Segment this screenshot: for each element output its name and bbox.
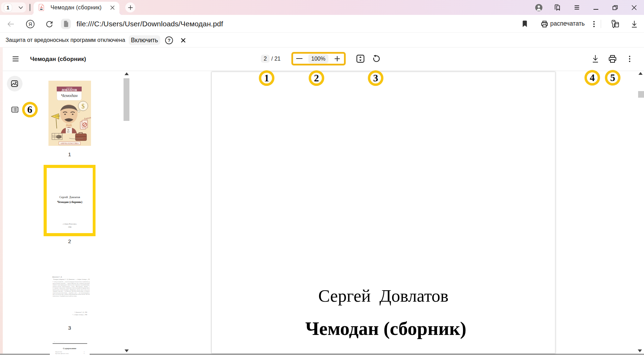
svg-text:6: 6 — [84, 353, 84, 354]
svg-text:С этой детективной — отчасти к: С этой детективной — отчасти комичная ис… — [53, 281, 90, 283]
svg-text:Предисловие: Предисловие — [55, 351, 62, 353]
svg-text:1 . . . . . . . . . . . . . .: 1 . . . . . . . . . . . . . . . — [54, 341, 64, 343]
svg-text:Чемодан: Чемодан — [61, 93, 78, 98]
svg-text:ДОВЛАТОВ: ДОВЛАТОВ — [62, 89, 77, 92]
svg-text:АЗБУКА КЛАССИКА: АЗБУКА КЛАССИКА — [61, 142, 79, 144]
svg-text:?: ? — [167, 38, 170, 43]
svg-text:Я: Я — [28, 21, 32, 27]
svg-text:$: $ — [82, 103, 85, 110]
svg-text:те и прочие знаменитые сочинен: те и прочие знаменитые сочинения и писат… — [53, 287, 90, 289]
svg-text:Довлатов С. Д.: Довлатов С. Д. — [52, 276, 62, 278]
svg-text:Содержание: Содержание — [63, 347, 76, 350]
svg-text:3: 3 — [84, 351, 84, 353]
svg-text:«каждой» навсегда — составлени: «каждой» навсегда — составление «как был… — [53, 291, 90, 292]
svg-text:написанных. О добрый момент ра: написанных. О добрый момент работы главы… — [53, 295, 77, 297]
svg-text:NY: NY — [67, 131, 70, 133]
svg-text:U.S.A: U.S.A — [55, 115, 60, 117]
svg-text:Креповые финские носки: Креповые финские носки — [55, 353, 69, 354]
